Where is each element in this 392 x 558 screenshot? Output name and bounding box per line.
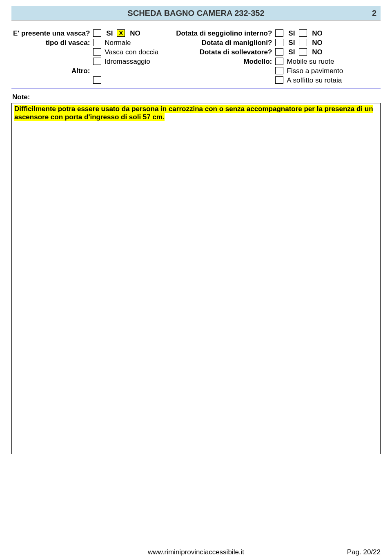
checkbox-seggiolino-si[interactable] [275, 29, 283, 37]
option-soffitto: A soffitto su rotaia [285, 76, 381, 86]
label-tipo-vasca: tipo di vasca: [11, 39, 91, 48]
checkbox-doccia[interactable] [93, 48, 101, 56]
checkbox-maniglioni-si[interactable] [275, 39, 283, 46]
checkbox-idro[interactable] [93, 58, 101, 65]
checkbox-sollevatore-no[interactable] [299, 48, 307, 56]
notes-text: Difficilmente potra essere usato da pers… [14, 105, 373, 121]
title-bar: SCHEDA BAGNO CAMERA 232-352 2 [11, 6, 381, 20]
checkbox-fisso[interactable] [275, 67, 283, 74]
page: SCHEDA BAGNO CAMERA 232-352 2 E' present… [0, 6, 392, 558]
checkbox-sollevatore-si[interactable] [275, 48, 283, 56]
question-sollevatore: Dotata di sollevatore? [172, 48, 274, 58]
option-normale: Normale [103, 39, 172, 48]
form-section: E' presente una vasca? SI X NO Dotata di… [11, 29, 381, 89]
checkbox-vasca-no[interactable]: X [117, 29, 125, 37]
question-vasca: E' presente una vasca? [11, 29, 91, 39]
option-fisso: Fisso a pavimento [285, 67, 381, 76]
page-section-number: 2 [372, 9, 376, 18]
label-no: NO [310, 29, 323, 37]
label-si: SI [105, 29, 113, 37]
checkbox-altro[interactable] [93, 76, 101, 84]
label-si: SI [287, 39, 295, 47]
checkbox-normale[interactable] [93, 39, 101, 46]
option-mobile: Mobile su ruote [285, 58, 381, 67]
option-idro: Idromassaggio [103, 58, 172, 67]
checkbox-maniglioni-no[interactable] [299, 39, 307, 46]
label-si: SI [287, 29, 295, 37]
checkbox-soffitto[interactable] [275, 76, 283, 84]
checkbox-mobile[interactable] [275, 58, 283, 65]
notes-label: Note: [12, 93, 381, 101]
form-grid: E' presente una vasca? SI X NO Dotata di… [11, 29, 381, 86]
label-altro: Altro: [11, 67, 91, 76]
footer: www.riminiprovinciaccessibile.it Pag. 20… [0, 548, 392, 556]
page-title: SCHEDA BAGNO CAMERA 232-352 [127, 9, 264, 18]
question-seggiolino: Dotata di seggiolino interno? [172, 29, 274, 39]
footer-page: Pag. 20/22 [347, 548, 381, 556]
label-no: NO [310, 48, 323, 56]
option-doccia: Vasca con doccia [103, 48, 172, 58]
checkbox-vasca-si[interactable] [93, 29, 101, 37]
label-modello: Modello: [172, 58, 274, 67]
notes-box: Difficilmente potra essere usato da pers… [11, 103, 381, 454]
label-si: SI [287, 48, 295, 56]
label-no: NO [310, 39, 323, 47]
question-maniglioni: Dotata di maniglioni? [172, 39, 274, 48]
checkbox-seggiolino-no[interactable] [299, 29, 307, 37]
footer-site: www.riminiprovinciaccessibile.it [148, 548, 244, 556]
label-no: NO [128, 29, 140, 37]
